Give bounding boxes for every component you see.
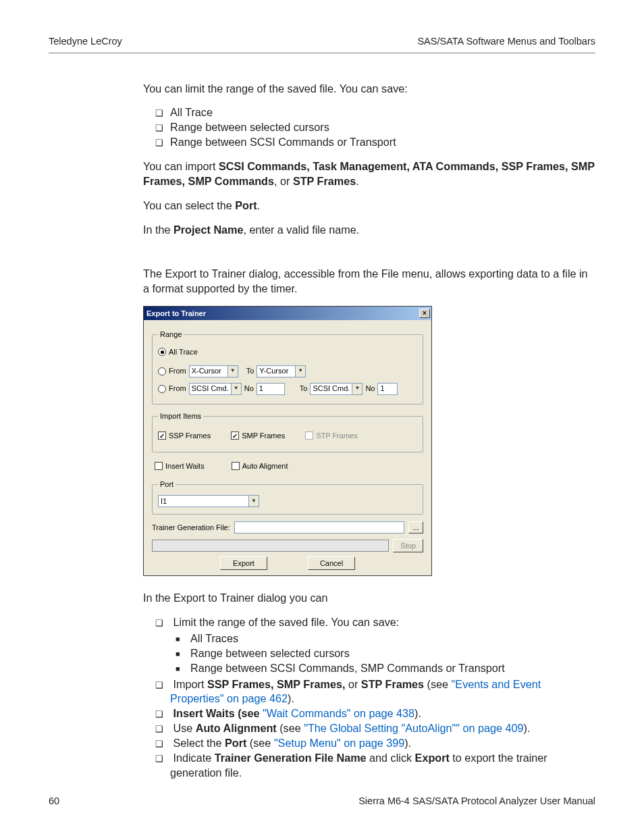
combo-value: SCSI Cmd. [190, 384, 231, 394]
text-bold: STP Frames [293, 175, 356, 187]
link-setup-menu[interactable]: "Setup Menu" on page 399 [274, 737, 404, 749]
label-from: From [169, 366, 186, 376]
text-bold: SSP Frames, SMP Frames, [207, 678, 346, 690]
chevron-down-icon: ▼ [231, 384, 241, 394]
checkbox-auto-alignment[interactable] [232, 462, 240, 470]
dialog-titlebar: Export to Trainer × [144, 307, 431, 320]
export-to-trainer-dialog: Export to Trainer × Range All Trace From… [143, 306, 432, 576]
combo-xcursor[interactable]: X-Cursor▼ [189, 365, 238, 377]
input-no-from[interactable]: 1 [257, 383, 285, 395]
progress-bar [152, 540, 389, 552]
paragraph: In the Export to Trainer dialog you can [143, 591, 595, 606]
text-bold: Trainer Generation File Name [215, 752, 367, 764]
paragraph: You can select the Port. [143, 199, 595, 213]
text-bold: Project Name [173, 224, 243, 236]
checkbox-stp-frames[interactable] [305, 432, 313, 440]
text: Select the [173, 737, 225, 749]
label-insert-waits: Insert Waits [165, 461, 205, 471]
stop-button[interactable]: Stop [393, 539, 423, 552]
list-item: All Trace [170, 105, 595, 120]
text-bold: Export [415, 752, 450, 764]
list-item: Range between SCSI Commands or Transport [170, 135, 595, 150]
list-dialog-options: Limit the range of the saved file. You c… [143, 615, 595, 780]
text: Import [173, 678, 207, 690]
text: Use [173, 722, 196, 734]
combo-value: X-Cursor [190, 366, 227, 376]
radio-all-trace[interactable] [158, 348, 166, 356]
paragraph: In the Project Name, enter a valid file … [143, 223, 595, 238]
combo-value: Y-Cursor [257, 366, 295, 376]
combo-scsi-from[interactable]: SCSI Cmd.▼ [189, 383, 242, 395]
checkbox-smp-frames[interactable] [231, 432, 239, 440]
text: In the [143, 224, 173, 236]
combo-port[interactable]: I1▼ [158, 495, 259, 507]
text: You can import [143, 160, 219, 172]
text: . [257, 199, 261, 211]
list-save-options: All Trace Range between selected cursors… [143, 105, 595, 150]
checkbox-ssp-frames[interactable] [158, 432, 166, 440]
header-right: SAS/SATA Software Menus and Toolbars [417, 35, 595, 49]
input-no-to[interactable]: 1 [377, 383, 398, 395]
text-bold: Port [235, 199, 257, 211]
text: , or [274, 175, 293, 187]
list-item: Indicate Trainer Generation File Name an… [170, 751, 595, 781]
cancel-button[interactable]: Cancel [308, 556, 355, 570]
dialog-title: Export to Trainer [146, 309, 206, 319]
list-item: Use Auto Alignment (see "The Global Sett… [170, 721, 595, 736]
page-footer: 60 Sierra M6-4 SAS/SATA Protocol Analyze… [49, 795, 595, 808]
close-icon[interactable]: × [419, 309, 430, 318]
import-items-group: Import Items SSP Frames SMP Frames STP F… [152, 411, 423, 452]
list-item: Range between selected cursors [170, 120, 595, 135]
combo-scsi-to[interactable]: SCSI Cmd.▼ [310, 383, 363, 395]
dialog-body: Range All Trace From X-Cursor▼ To Y-Curs… [144, 320, 431, 575]
export-button[interactable]: Export [220, 556, 267, 570]
label-to: To [300, 384, 308, 394]
text: You can select the [143, 199, 235, 211]
import-legend: Import Items [158, 411, 203, 421]
text: (see [246, 737, 274, 749]
port-group: Port I1▼ [152, 479, 423, 515]
text: Limit the range of the saved file. You c… [173, 616, 400, 628]
list-item: Insert Waits (see "Wait Commands" on pag… [170, 706, 595, 721]
input-trainer-gen-file[interactable] [234, 521, 404, 533]
paragraph: The Export to Trainer dialog, accessible… [143, 267, 595, 296]
text: , enter a valid file name. [243, 224, 359, 236]
text: . [356, 175, 359, 187]
text: (see [277, 722, 304, 734]
label-from: From [169, 384, 186, 394]
page-number: 60 [49, 795, 59, 808]
label-stp: STP Frames [316, 431, 358, 441]
list-item: Select the Port (see "Setup Menu" on pag… [170, 736, 595, 751]
chevron-down-icon: ▼ [227, 366, 238, 377]
range-legend: Range [158, 330, 184, 340]
text-bold: Auto Alignment [196, 722, 277, 734]
label-trainer-gen-file: Trainer Generation File: [152, 523, 230, 533]
combo-value: SCSI Cmd. [311, 384, 352, 394]
radio-from-cursor[interactable] [158, 367, 166, 375]
chevron-down-icon: ▼ [352, 384, 362, 394]
page-content: You can limit the range of the saved fil… [143, 82, 595, 781]
list-item: Range between SCSI Commands, SMP Command… [190, 661, 595, 676]
radio-from-scsi[interactable] [158, 385, 166, 393]
paragraph: You can limit the range of the saved fil… [143, 82, 595, 97]
text: Indicate [173, 752, 215, 764]
text-bold: STP Frames [361, 678, 424, 690]
page-header: Teledyne LeCroy SAS/SATA Software Menus … [49, 35, 595, 53]
link-autoalign[interactable]: "The Global Setting "AutoAlign"" on page… [304, 722, 523, 734]
text: ). [524, 722, 531, 734]
list-item: Range between selected cursors [190, 646, 595, 661]
checkbox-insert-waits[interactable] [155, 462, 163, 470]
sub-list: All Traces Range between selected cursor… [170, 631, 595, 676]
label-ssp: SSP Frames [169, 431, 211, 441]
text-bold: Port [225, 737, 246, 749]
text: ). [404, 737, 411, 749]
range-group: Range All Trace From X-Cursor▼ To Y-Curs… [152, 330, 423, 405]
chevron-down-icon: ▼ [248, 496, 259, 506]
label-to: To [246, 366, 254, 376]
combo-ycursor[interactable]: Y-Cursor▼ [257, 365, 306, 377]
port-legend: Port [158, 479, 176, 490]
link-wait-commands[interactable]: "Wait Commands" on page 438 [263, 707, 414, 719]
label-smp: SMP Frames [242, 431, 285, 441]
combo-value: I1 [159, 496, 248, 506]
browse-button[interactable]: ... [408, 521, 423, 533]
